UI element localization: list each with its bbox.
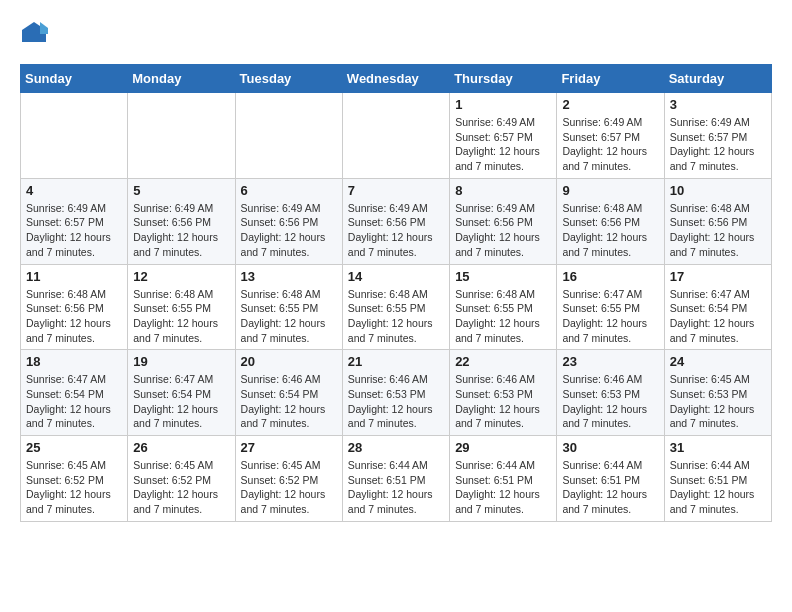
day-info: Sunrise: 6:46 AMSunset: 6:53 PMDaylight:… (562, 372, 658, 431)
calendar-day: 6Sunrise: 6:49 AMSunset: 6:56 PMDaylight… (235, 178, 342, 264)
day-info: Sunrise: 6:49 AMSunset: 6:56 PMDaylight:… (133, 201, 229, 260)
day-info: Sunrise: 6:45 AMSunset: 6:52 PMDaylight:… (241, 458, 337, 517)
day-info: Sunrise: 6:49 AMSunset: 6:56 PMDaylight:… (455, 201, 551, 260)
calendar-day: 8Sunrise: 6:49 AMSunset: 6:56 PMDaylight… (450, 178, 557, 264)
day-info: Sunrise: 6:49 AMSunset: 6:56 PMDaylight:… (241, 201, 337, 260)
calendar-day: 27Sunrise: 6:45 AMSunset: 6:52 PMDayligh… (235, 436, 342, 522)
day-info: Sunrise: 6:46 AMSunset: 6:53 PMDaylight:… (455, 372, 551, 431)
day-info: Sunrise: 6:44 AMSunset: 6:51 PMDaylight:… (670, 458, 766, 517)
calendar-week-1: 1Sunrise: 6:49 AMSunset: 6:57 PMDaylight… (21, 93, 772, 179)
day-info: Sunrise: 6:48 AMSunset: 6:56 PMDaylight:… (26, 287, 122, 346)
day-info: Sunrise: 6:44 AMSunset: 6:51 PMDaylight:… (455, 458, 551, 517)
calendar-day: 9Sunrise: 6:48 AMSunset: 6:56 PMDaylight… (557, 178, 664, 264)
day-info: Sunrise: 6:48 AMSunset: 6:55 PMDaylight:… (133, 287, 229, 346)
day-number: 6 (241, 183, 337, 198)
day-info: Sunrise: 6:47 AMSunset: 6:54 PMDaylight:… (670, 287, 766, 346)
day-number: 21 (348, 354, 444, 369)
day-info: Sunrise: 6:49 AMSunset: 6:56 PMDaylight:… (348, 201, 444, 260)
calendar-day: 21Sunrise: 6:46 AMSunset: 6:53 PMDayligh… (342, 350, 449, 436)
day-number: 31 (670, 440, 766, 455)
page-header (20, 20, 772, 48)
day-info: Sunrise: 6:45 AMSunset: 6:52 PMDaylight:… (133, 458, 229, 517)
day-info: Sunrise: 6:48 AMSunset: 6:56 PMDaylight:… (562, 201, 658, 260)
calendar-day: 23Sunrise: 6:46 AMSunset: 6:53 PMDayligh… (557, 350, 664, 436)
day-number: 9 (562, 183, 658, 198)
col-header-thursday: Thursday (450, 65, 557, 93)
day-info: Sunrise: 6:44 AMSunset: 6:51 PMDaylight:… (562, 458, 658, 517)
calendar-day: 31Sunrise: 6:44 AMSunset: 6:51 PMDayligh… (664, 436, 771, 522)
day-number: 12 (133, 269, 229, 284)
day-number: 15 (455, 269, 551, 284)
day-info: Sunrise: 6:49 AMSunset: 6:57 PMDaylight:… (562, 115, 658, 174)
day-info: Sunrise: 6:48 AMSunset: 6:55 PMDaylight:… (241, 287, 337, 346)
col-header-saturday: Saturday (664, 65, 771, 93)
svg-marker-1 (40, 22, 48, 34)
calendar-day: 11Sunrise: 6:48 AMSunset: 6:56 PMDayligh… (21, 264, 128, 350)
calendar-day: 17Sunrise: 6:47 AMSunset: 6:54 PMDayligh… (664, 264, 771, 350)
day-number: 8 (455, 183, 551, 198)
calendar-day (21, 93, 128, 179)
day-number: 14 (348, 269, 444, 284)
day-info: Sunrise: 6:48 AMSunset: 6:55 PMDaylight:… (348, 287, 444, 346)
day-number: 3 (670, 97, 766, 112)
calendar-header-row: SundayMondayTuesdayWednesdayThursdayFrid… (21, 65, 772, 93)
day-number: 2 (562, 97, 658, 112)
calendar-day: 22Sunrise: 6:46 AMSunset: 6:53 PMDayligh… (450, 350, 557, 436)
day-number: 29 (455, 440, 551, 455)
col-header-sunday: Sunday (21, 65, 128, 93)
day-number: 26 (133, 440, 229, 455)
calendar-day: 19Sunrise: 6:47 AMSunset: 6:54 PMDayligh… (128, 350, 235, 436)
day-number: 24 (670, 354, 766, 369)
day-number: 4 (26, 183, 122, 198)
day-info: Sunrise: 6:48 AMSunset: 6:56 PMDaylight:… (670, 201, 766, 260)
calendar-day: 2Sunrise: 6:49 AMSunset: 6:57 PMDaylight… (557, 93, 664, 179)
day-number: 30 (562, 440, 658, 455)
day-number: 25 (26, 440, 122, 455)
calendar-day: 18Sunrise: 6:47 AMSunset: 6:54 PMDayligh… (21, 350, 128, 436)
calendar-day: 14Sunrise: 6:48 AMSunset: 6:55 PMDayligh… (342, 264, 449, 350)
day-number: 18 (26, 354, 122, 369)
calendar-week-4: 18Sunrise: 6:47 AMSunset: 6:54 PMDayligh… (21, 350, 772, 436)
day-info: Sunrise: 6:47 AMSunset: 6:55 PMDaylight:… (562, 287, 658, 346)
day-number: 7 (348, 183, 444, 198)
calendar-day: 30Sunrise: 6:44 AMSunset: 6:51 PMDayligh… (557, 436, 664, 522)
calendar-day: 29Sunrise: 6:44 AMSunset: 6:51 PMDayligh… (450, 436, 557, 522)
calendar-day (342, 93, 449, 179)
calendar-day (235, 93, 342, 179)
day-number: 11 (26, 269, 122, 284)
day-info: Sunrise: 6:49 AMSunset: 6:57 PMDaylight:… (26, 201, 122, 260)
calendar-day: 25Sunrise: 6:45 AMSunset: 6:52 PMDayligh… (21, 436, 128, 522)
logo (20, 20, 52, 48)
day-number: 23 (562, 354, 658, 369)
calendar-day: 10Sunrise: 6:48 AMSunset: 6:56 PMDayligh… (664, 178, 771, 264)
day-number: 27 (241, 440, 337, 455)
day-info: Sunrise: 6:47 AMSunset: 6:54 PMDaylight:… (26, 372, 122, 431)
calendar-day: 24Sunrise: 6:45 AMSunset: 6:53 PMDayligh… (664, 350, 771, 436)
day-number: 28 (348, 440, 444, 455)
calendar-day: 7Sunrise: 6:49 AMSunset: 6:56 PMDaylight… (342, 178, 449, 264)
day-info: Sunrise: 6:49 AMSunset: 6:57 PMDaylight:… (455, 115, 551, 174)
calendar-day: 15Sunrise: 6:48 AMSunset: 6:55 PMDayligh… (450, 264, 557, 350)
day-number: 5 (133, 183, 229, 198)
calendar-day: 12Sunrise: 6:48 AMSunset: 6:55 PMDayligh… (128, 264, 235, 350)
day-info: Sunrise: 6:47 AMSunset: 6:54 PMDaylight:… (133, 372, 229, 431)
calendar-day: 5Sunrise: 6:49 AMSunset: 6:56 PMDaylight… (128, 178, 235, 264)
day-info: Sunrise: 6:46 AMSunset: 6:54 PMDaylight:… (241, 372, 337, 431)
calendar-day: 3Sunrise: 6:49 AMSunset: 6:57 PMDaylight… (664, 93, 771, 179)
calendar-week-2: 4Sunrise: 6:49 AMSunset: 6:57 PMDaylight… (21, 178, 772, 264)
day-info: Sunrise: 6:46 AMSunset: 6:53 PMDaylight:… (348, 372, 444, 431)
calendar-day: 4Sunrise: 6:49 AMSunset: 6:57 PMDaylight… (21, 178, 128, 264)
calendar-week-5: 25Sunrise: 6:45 AMSunset: 6:52 PMDayligh… (21, 436, 772, 522)
calendar-week-3: 11Sunrise: 6:48 AMSunset: 6:56 PMDayligh… (21, 264, 772, 350)
calendar-day (128, 93, 235, 179)
day-number: 16 (562, 269, 658, 284)
day-info: Sunrise: 6:48 AMSunset: 6:55 PMDaylight:… (455, 287, 551, 346)
calendar-day: 1Sunrise: 6:49 AMSunset: 6:57 PMDaylight… (450, 93, 557, 179)
day-number: 22 (455, 354, 551, 369)
col-header-wednesday: Wednesday (342, 65, 449, 93)
day-number: 20 (241, 354, 337, 369)
col-header-monday: Monday (128, 65, 235, 93)
day-number: 19 (133, 354, 229, 369)
col-header-friday: Friday (557, 65, 664, 93)
day-info: Sunrise: 6:49 AMSunset: 6:57 PMDaylight:… (670, 115, 766, 174)
